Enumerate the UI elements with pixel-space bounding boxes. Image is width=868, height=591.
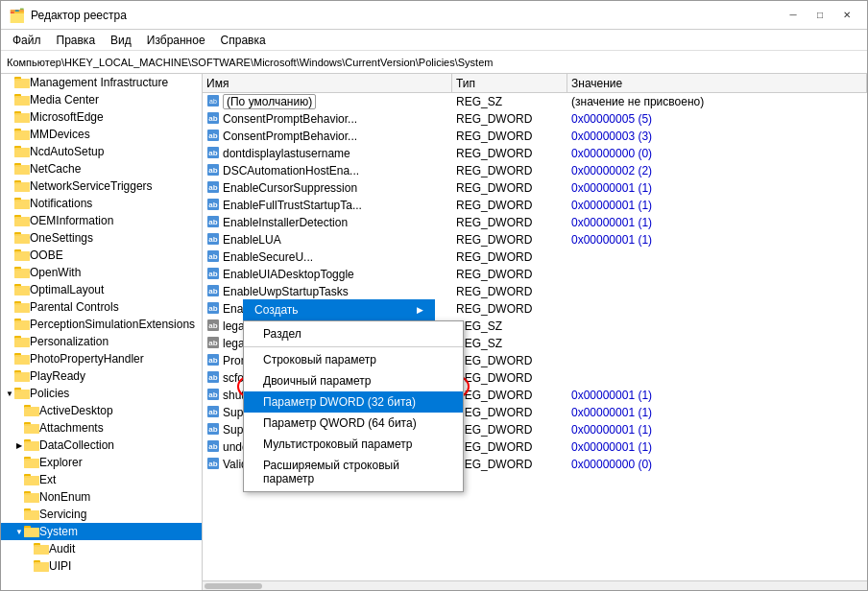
- sidebar-item-explorer[interactable]: Explorer: [1, 454, 202, 471]
- cell-type: REG_DWORD: [452, 371, 567, 385]
- table-row[interactable]: ab EnableSecureU...REG_DWORD: [203, 248, 867, 266]
- cell-type: REG_DWORD: [452, 181, 567, 195]
- table-row[interactable]: ab ConsentPromptBehavior...REG_DWORD0x00…: [203, 110, 867, 128]
- menu-item-правка[interactable]: Правка: [49, 32, 104, 49]
- maximize-button[interactable]: □: [808, 6, 832, 25]
- sidebar-item-perceptionsimulationextensions[interactable]: PerceptionSimulationExtensions: [1, 316, 202, 333]
- svg-rect-47: [14, 338, 30, 347]
- sidebar-item-oeminformation[interactable]: OEMInformation: [1, 212, 202, 229]
- content-area: Имя Тип Значение ab (По умолчанию)REG_SZ…: [203, 74, 867, 590]
- menu-item-мультистроковый-параметр[interactable]: Мультистроковый параметр: [244, 434, 463, 455]
- table-row[interactable]: ab ConsentPromptBehavior...REG_DWORD0x00…: [203, 128, 867, 145]
- folder-icon: [34, 541, 49, 557]
- folder-icon: [24, 437, 39, 454]
- svg-text:ab: ab: [209, 98, 217, 105]
- svg-rect-77: [24, 510, 39, 520]
- menu-item-dword-selected[interactable]: Параметр DWORD (32 бита): [244, 391, 463, 413]
- sidebar-item-photopropertyhandler[interactable]: PhotoPropertyHandler: [1, 350, 202, 367]
- table-row[interactable]: ab EnableUIADesktopToggleREG_DWORD: [203, 266, 867, 283]
- menu-item-файл[interactable]: Файл: [5, 32, 49, 49]
- sidebar-item-activedesktop[interactable]: ActiveDesktop: [1, 402, 202, 419]
- sidebar-item-label: Personalization: [30, 335, 108, 348]
- menu-item-справка[interactable]: Справка: [213, 32, 274, 49]
- horizontal-scrollbar[interactable]: [203, 580, 867, 590]
- sidebar-item-notifications[interactable]: Notifications: [1, 195, 202, 212]
- svg-rect-38: [14, 286, 30, 296]
- folder-icon: [14, 230, 30, 247]
- sidebar-item-mmdevices[interactable]: MMDevices: [1, 126, 202, 143]
- menu-item-двоичный-параметр[interactable]: Двоичный параметр: [244, 370, 463, 391]
- cell-name: ab EnableUIADesktopToggle: [203, 267, 452, 283]
- svg-rect-80: [24, 528, 39, 537]
- sidebar-item-networkservicetriggers[interactable]: NetworkServiceTriggers: [1, 177, 202, 195]
- menu-item-избранное[interactable]: Избранное: [139, 32, 213, 49]
- dword-icon: ab: [206, 232, 220, 248]
- menu-item-строковый-параметр[interactable]: Строковый параметр: [244, 349, 463, 370]
- sidebar-item-microsoftedge[interactable]: MicrosoftEdge: [1, 108, 202, 126]
- create-submenu-header[interactable]: Создать▶: [243, 299, 435, 320]
- main-window: 🗂️ Редактор реестра ─ □ ✕ ФайлПравкаВидИ…: [0, 0, 868, 591]
- sidebar-item-policies[interactable]: ▼ Policies: [1, 385, 202, 402]
- name-text: ConsentPromptBehavior...: [223, 112, 357, 126]
- sidebar-item-oobe[interactable]: OOBE: [1, 247, 202, 264]
- sidebar-item-label: NonEnum: [39, 490, 90, 504]
- svg-text:ab: ab: [208, 183, 217, 192]
- dword-icon: ab: [206, 180, 220, 197]
- name-text: EnableInstallerDetection: [223, 216, 348, 229]
- table-row[interactable]: ab EnableCursorSuppressionREG_DWORD0x000…: [203, 179, 867, 197]
- sidebar-item-system[interactable]: ▼ System: [1, 523, 202, 540]
- sidebar-item-datacollection[interactable]: ▶ DataCollection: [1, 437, 202, 454]
- menu-item-вид[interactable]: Вид: [103, 32, 139, 49]
- minimize-button[interactable]: ─: [781, 6, 806, 25]
- sidebar-item-servicing[interactable]: Servicing: [1, 506, 202, 523]
- folder-icon: [14, 161, 30, 177]
- address-bar: Компьютер\HKEY_LOCAL_MACHINE\SOFTWARE\Mi…: [1, 51, 867, 74]
- table-row[interactable]: ab dontdisplaylastusernameREG_DWORD0x000…: [203, 145, 867, 162]
- sidebar-item-management-infrastructure[interactable]: Management Infrastructure: [1, 74, 202, 91]
- sidebar-item-nonenum[interactable]: NonEnum: [1, 488, 202, 506]
- sidebar-item-netcache[interactable]: NetCache: [1, 160, 202, 177]
- name-text: EnableSecureU...: [223, 250, 313, 264]
- svg-rect-2: [14, 79, 30, 88]
- dword-icon: ab: [206, 457, 220, 473]
- sidebar-item-label: NetworkServiceTriggers: [30, 179, 153, 193]
- expand-arrow-icon: ▶: [14, 441, 24, 450]
- svg-rect-17: [14, 165, 30, 175]
- sidebar-item-media-center[interactable]: Media Center: [1, 91, 202, 108]
- sidebar-item-ext[interactable]: Ext: [1, 471, 202, 488]
- sidebar-item-label: System: [39, 525, 78, 538]
- sidebar-item-audit[interactable]: Audit: [1, 540, 202, 557]
- folder-icon: [24, 507, 39, 523]
- sidebar-item-parental-controls[interactable]: Parental Controls: [1, 298, 202, 316]
- table-row[interactable]: ab (По умолчанию)REG_SZ(значение не прис…: [203, 93, 867, 110]
- table-row[interactable]: ab EnableLUAREG_DWORD0x00000001 (1): [203, 231, 867, 248]
- cell-value: 0x00000001 (1): [567, 233, 867, 247]
- menu-item-раздел[interactable]: Раздел: [244, 323, 463, 344]
- table-row[interactable]: ab EnableUwpStartupTasksREG_DWORD: [203, 283, 867, 300]
- menu-item-параметр-qword-(64-бита)[interactable]: Параметр QWORD (64 бита): [244, 413, 463, 434]
- menu-item-расширяемый-строковый-параметр[interactable]: Расширяемый строковый параметр: [244, 455, 463, 489]
- svg-rect-14: [14, 148, 30, 157]
- window-controls: ─ □ ✕: [781, 6, 859, 25]
- dword-icon: ab: [206, 370, 220, 387]
- sidebar-item-attachments[interactable]: Attachments: [1, 419, 202, 437]
- sidebar-item-personalization[interactable]: Personalization: [1, 333, 202, 350]
- expand-arrow-icon: ▼: [14, 528, 24, 536]
- table-row[interactable]: ab EnableInstallerDetectionREG_DWORD0x00…: [203, 214, 867, 231]
- svg-text:ab: ab: [208, 356, 217, 365]
- sidebar-item-optimallayout[interactable]: OptimalLayout: [1, 281, 202, 298]
- sidebar-item-label: OpenWith: [30, 266, 81, 279]
- dword-icon: ab: [206, 405, 220, 421]
- close-button[interactable]: ✕: [834, 6, 859, 25]
- scrollbar-thumb[interactable]: [205, 583, 262, 589]
- sidebar-item-playready[interactable]: PlayReady: [1, 367, 202, 385]
- sidebar-item-uipi[interactable]: UIPI: [1, 557, 202, 575]
- sidebar-item-onesettings[interactable]: OneSettings: [1, 229, 202, 247]
- table-row[interactable]: ab DSCAutomationHostEna...REG_DWORD0x000…: [203, 162, 867, 179]
- dword-icon: ab: [206, 267, 220, 283]
- sidebar-item-label: MicrosoftEdge: [30, 110, 104, 124]
- svg-text:ab: ab: [208, 408, 217, 416]
- sidebar-item-ncdautosetup[interactable]: NcdAutoSetup: [1, 143, 202, 160]
- table-row[interactable]: ab EnableFullTrustStartupTa...REG_DWORD0…: [203, 197, 867, 214]
- sidebar-item-openwith[interactable]: OpenWith: [1, 264, 202, 281]
